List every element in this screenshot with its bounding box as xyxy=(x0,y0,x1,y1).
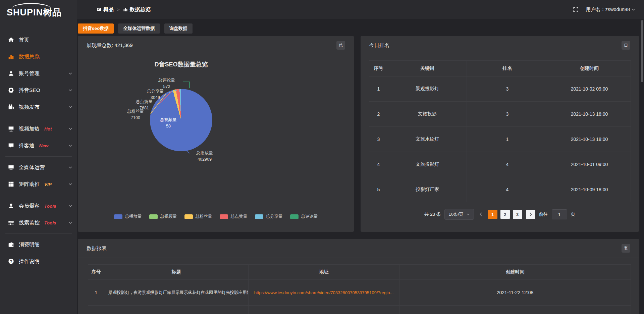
report-column-header: 创建时间 xyxy=(399,265,631,280)
chevron-down-icon xyxy=(68,144,72,148)
ranking-badge[interactable]: 日 xyxy=(622,41,630,50)
chevron-down-icon xyxy=(632,8,635,11)
next-page-button[interactable] xyxy=(526,210,535,219)
sidebar-item-home[interactable]: 首页 xyxy=(0,32,77,48)
legend-item[interactable]: 总点赞量 xyxy=(220,214,248,219)
wallet-icon xyxy=(8,242,14,248)
sidebar-item-media-operation[interactable]: 全媒体运营 xyxy=(0,159,77,176)
ranking-column-header: 序号 xyxy=(369,61,388,76)
chevron-down-icon xyxy=(467,213,470,216)
chevron-down-icon xyxy=(68,127,72,131)
scrollbar[interactable] xyxy=(641,20,643,82)
sidebar-item-video-heat[interactable]: 视频加热Hot xyxy=(0,120,77,137)
username-label: 用户名：zswodun88 xyxy=(586,6,630,13)
pie-label-fans: 总粉丝量 7100 xyxy=(119,108,152,121)
sidebar-item-help[interactable]: ?操作说明 xyxy=(0,253,77,270)
report-link[interactable]: https://www.iesdouyin.com/share/video/70… xyxy=(249,280,399,306)
report-panel: 数据报表 表 序号标题地址创建时间 1景观投影灯，夜游景观投影灯厂家展示展示落花… xyxy=(78,239,639,314)
sidebar: SHUPIN树品 首页数据总览账号管理抖音SEO视频发布视频加热Hot抖客通Ne… xyxy=(0,0,77,314)
sidebar-item-label: 消费明细 xyxy=(19,241,40,248)
tab-3[interactable]: 询盘数据 xyxy=(164,23,193,34)
chart-legend: 总播放量总视频量总粉丝量总点赞量总分享量总评论量 xyxy=(78,214,354,219)
sidebar-item-account[interactable]: 账号管理 xyxy=(0,65,77,82)
overview-badge[interactable]: 总 xyxy=(336,41,345,50)
legend-label: 总分享量 xyxy=(266,214,283,219)
legend-swatch xyxy=(255,214,263,219)
sidebar-item-label: 抖音SEO xyxy=(19,87,40,94)
report-panel-header: 数据报表 表 xyxy=(78,239,639,258)
sidebar-item-data-overview[interactable]: 数据总览 xyxy=(0,48,77,65)
page-list: 123 xyxy=(488,210,522,219)
page-button-1[interactable]: 1 xyxy=(488,210,497,219)
ranking-row: 5投影灯厂家42021-10-09 18:00 xyxy=(369,177,631,202)
page-size-select[interactable]: 10条/页 xyxy=(444,209,474,220)
breadcrumb-item-current[interactable]: 数据总览 xyxy=(123,6,151,13)
sidebar-item-clue-monitor[interactable]: 线索监控Tools xyxy=(0,214,77,231)
pagination: 共 23 条 10条/页 123 前往 页 xyxy=(361,209,639,220)
username-menu[interactable]: 用户名：zswodun88 xyxy=(586,6,635,13)
overview-panel-header: 展现量总数: 421,369 总 xyxy=(78,36,354,55)
chevron-down-icon xyxy=(68,182,72,186)
tab-2[interactable]: 全媒体运营数据 xyxy=(118,23,160,34)
home-icon xyxy=(8,37,14,43)
help-icon: ? xyxy=(8,258,14,264)
comment-icon xyxy=(8,143,14,149)
sidebar-divider xyxy=(5,156,72,157)
legend-swatch xyxy=(220,214,228,219)
legend-item[interactable]: 总播放量 xyxy=(114,214,142,219)
sidebar-item-member-baoke[interactable]: 会员爆客Tools xyxy=(0,198,77,214)
report-created: 2021-11-22 12:08 xyxy=(399,280,631,306)
sidebar-item-matrix-boost[interactable]: 矩阵助推VIP xyxy=(0,176,77,193)
sidebar-item-label: 会员爆客 xyxy=(19,203,40,210)
legend-item[interactable]: 总分享量 xyxy=(255,214,283,219)
fullscreen-icon[interactable] xyxy=(573,7,579,12)
sidebar-item-douyin-seo[interactable]: 抖音SEO xyxy=(0,82,77,99)
legend-label: 总视频量 xyxy=(160,214,177,219)
report-column-header: 标题 xyxy=(104,265,249,280)
report-video-title: 景观投影灯，夜游景观投影灯厂家展示展示落花灯在花园里的灯光投影应用效果 # xyxy=(104,280,249,306)
report-row: 1景观投影灯，夜游景观投影灯厂家展示展示落花灯在花园里的灯光投影应用效果 #ht… xyxy=(88,280,631,306)
tab-1[interactable]: 抖音seo数据 xyxy=(78,23,114,34)
sidebar-item-label: 首页 xyxy=(19,37,29,44)
prev-page-button[interactable] xyxy=(478,212,484,216)
legend-item[interactable]: 总评论量 xyxy=(290,214,318,219)
sidebar-item-douketong[interactable]: 抖客通New xyxy=(0,137,77,154)
legend-item[interactable]: 总视频量 xyxy=(149,214,177,219)
sidebar-item-video-publish[interactable]: 视频发布 xyxy=(0,99,77,115)
ranking-column-header: 关键词 xyxy=(388,61,467,76)
report-index: 1 xyxy=(88,280,104,306)
chart-icon xyxy=(8,54,14,60)
sidebar-item-consumption[interactable]: 消费明细 xyxy=(0,236,77,253)
legend-label: 总粉丝量 xyxy=(196,214,212,219)
ranking-row: 2文旅投影32021-10-13 18:00 xyxy=(369,102,631,127)
pie-label-play: 总播放量 402909 xyxy=(189,150,221,163)
ranking-row: 3文旅水纹灯12021-10-13 18:00 xyxy=(369,127,631,152)
gear-icon xyxy=(8,87,14,93)
goto-page-input[interactable] xyxy=(552,209,567,219)
overview-total-label: 展现量总数: 421,369 xyxy=(87,42,133,49)
screen-icon xyxy=(8,126,14,132)
page-button-3[interactable]: 3 xyxy=(513,210,522,219)
page-button-2[interactable]: 2 xyxy=(500,210,510,219)
sidebar-item-label: 操作说明 xyxy=(19,258,40,265)
pagination-total: 共 23 条 xyxy=(424,211,441,217)
breadcrumb-item-root[interactable]: 树品 xyxy=(97,6,114,13)
sidebar-item-label: 账号管理 xyxy=(19,70,40,77)
sidebar-item-label: 视频发布 xyxy=(19,104,40,111)
sidebar-item-label: 视频加热 xyxy=(19,125,40,133)
user-icon xyxy=(8,70,14,76)
sliders-icon xyxy=(8,220,14,226)
sidebar-item-badge: Tools xyxy=(44,204,56,209)
goto-suffix: 页 xyxy=(571,211,576,217)
svg-text:?: ? xyxy=(10,259,12,263)
sidebar-item-label: 抖客通 xyxy=(19,142,35,149)
legend-item[interactable]: 总粉丝量 xyxy=(184,214,212,219)
report-badge[interactable]: 表 xyxy=(622,244,630,253)
video-icon xyxy=(8,104,14,110)
report-table: 序号标题地址创建时间 1景观投影灯，夜游景观投影灯厂家展示展示落花灯在花园里的灯… xyxy=(88,264,631,314)
legend-swatch xyxy=(290,214,299,219)
sidebar-item-label: 矩阵助推 xyxy=(19,181,40,188)
member-icon xyxy=(8,203,14,209)
chevron-down-icon xyxy=(68,165,72,169)
sidebar-item-label: 数据总览 xyxy=(19,53,40,60)
